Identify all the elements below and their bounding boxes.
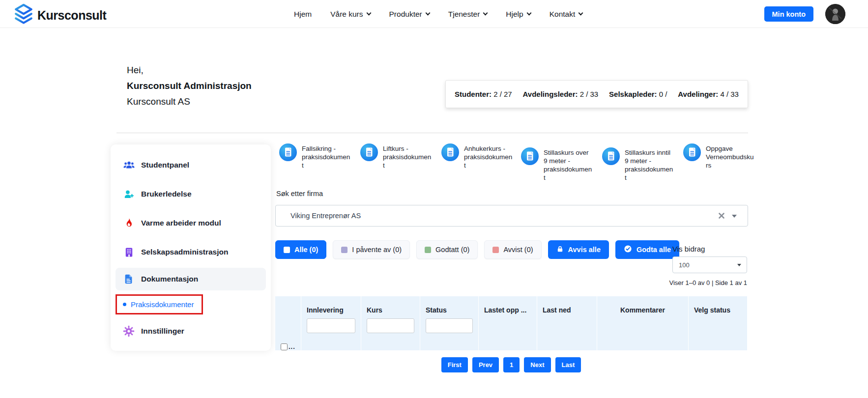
document-tile-label: Stillaskurs inntil 9 meter - praksisdoku… bbox=[625, 147, 675, 182]
results-summary: Viser 1–0 av 0 | Side 1 av 1 bbox=[634, 279, 747, 286]
company-search-label: Søk etter firma bbox=[276, 190, 323, 198]
admin-sidebar: Studentpanel Brukerledelse Varme arb bbox=[111, 144, 271, 351]
lock-icon bbox=[556, 245, 564, 255]
document-tile[interactable]: Oppgave Verneombudskurs bbox=[683, 143, 761, 170]
nav-item-tjenester[interactable]: Tjenester bbox=[448, 10, 488, 19]
nav-item-hjelp[interactable]: Hjelp bbox=[506, 10, 530, 19]
column-last-ned: Last ned bbox=[537, 296, 597, 350]
select-all-cell: ... bbox=[275, 296, 301, 350]
filter-godtatt-button[interactable]: Godtatt (0) bbox=[416, 240, 478, 259]
page-size-value: 100 bbox=[679, 261, 690, 269]
pagination-next-button[interactable]: Next bbox=[524, 357, 550, 372]
praksisdokumenter-highlight-box[interactable]: Praksisdokumenter bbox=[116, 294, 203, 314]
document-icon bbox=[122, 273, 135, 285]
company-select-value: Viking Entreprenør AS bbox=[290, 212, 361, 220]
submissions-table-header: ... Innlevering Kurs Status Lastet opp .… bbox=[275, 296, 747, 350]
document-tile-label: Fallsikring - praksisdokument bbox=[302, 143, 352, 170]
nav-item-produkter[interactable]: Produkter bbox=[389, 10, 430, 19]
brand-name: Kursconsult bbox=[37, 8, 106, 23]
filter-alle-button[interactable]: Alle (0) bbox=[275, 240, 326, 259]
column-velg-status: Velg status bbox=[689, 296, 747, 350]
chevron-down-icon bbox=[425, 10, 430, 15]
document-circle-icon bbox=[602, 147, 620, 167]
section-divider bbox=[116, 133, 748, 133]
user-plus-icon bbox=[122, 188, 135, 200]
my-account-button[interactable]: Min konto bbox=[764, 6, 813, 22]
chevron-down-icon[interactable] bbox=[732, 215, 737, 218]
document-circle-icon bbox=[441, 143, 459, 163]
praksisdokumenter-page: Kursconsult Hjem Våre kurs Produkter Tje… bbox=[0, 0, 868, 398]
pagination-first-button[interactable]: First bbox=[441, 357, 468, 372]
document-tile[interactable]: Fallsikring - praksisdokument bbox=[279, 143, 357, 170]
status-filter-input[interactable] bbox=[426, 318, 473, 333]
approved-swatch-icon bbox=[425, 247, 431, 253]
innlevering-filter-input[interactable] bbox=[307, 318, 355, 333]
sidebar-item-varme-arbeider[interactable]: Varme arbeider modul bbox=[111, 212, 271, 234]
document-tile[interactable]: Liftkurs - praksisdokument bbox=[360, 143, 438, 170]
document-tile-label: Anhukerkurs - praksisdokument bbox=[464, 143, 514, 170]
document-tile[interactable]: Anhukerkurs - praksisdokument bbox=[441, 143, 519, 170]
check-circle-icon bbox=[624, 245, 632, 255]
chevron-down-icon bbox=[526, 10, 531, 15]
show-entries-label: Vis bidrag bbox=[672, 245, 705, 253]
rejected-swatch-icon bbox=[492, 247, 499, 253]
sidebar-item-brukerledelse[interactable]: Brukerledelse bbox=[111, 183, 271, 205]
gear-icon bbox=[122, 325, 135, 338]
all-swatch-icon bbox=[284, 247, 290, 253]
document-tile-label: Liftkurs - praksisdokument bbox=[383, 143, 433, 170]
greeting-hello: Hei, bbox=[127, 62, 252, 78]
company-select[interactable]: Viking Entreprenør AS bbox=[275, 205, 748, 227]
chevron-down-icon bbox=[737, 264, 741, 266]
select-all-label: ... bbox=[289, 343, 295, 350]
document-circle-icon bbox=[360, 143, 378, 163]
greeting-admin-name: Kursconsult Administrasjon bbox=[127, 78, 252, 94]
building-icon bbox=[122, 246, 135, 258]
chevron-down-icon bbox=[483, 10, 488, 15]
column-kurs: Kurs bbox=[361, 296, 420, 350]
top-navigation-bar: Kursconsult Hjem Våre kurs Produkter Tje… bbox=[0, 0, 868, 28]
clear-selection-icon[interactable] bbox=[718, 212, 725, 219]
status-filter-bar: Alle (0) I påvente av (0) Godtatt (0) Av… bbox=[275, 240, 679, 259]
filter-avvist-button[interactable]: Avvist (0) bbox=[484, 240, 541, 259]
nav-item-vare-kurs[interactable]: Våre kurs bbox=[330, 10, 370, 19]
sidebar-item-praksisdokumenter[interactable]: Praksisdokumenter bbox=[131, 300, 194, 309]
page-size-select[interactable]: 100 bbox=[672, 256, 747, 273]
pagination-prev-button[interactable]: Prev bbox=[472, 357, 499, 372]
document-tile-label: Oppgave Verneombudskurs bbox=[706, 143, 756, 170]
greeting-company-name: Kursconsult AS bbox=[127, 94, 252, 110]
reject-all-button[interactable]: Avvis alle bbox=[548, 240, 609, 259]
pagination: First Prev 1 Next Last bbox=[275, 357, 747, 372]
sidebar-item-studentpanel[interactable]: Studentpanel bbox=[111, 154, 271, 176]
stat-avdelingsleder: Avdelingsleder: 2 / 33 bbox=[523, 90, 599, 98]
document-circle-icon bbox=[279, 143, 297, 163]
nav-item-hjem[interactable]: Hjem bbox=[294, 10, 312, 19]
users-icon bbox=[122, 159, 135, 171]
brand-logo[interactable]: Kursconsult bbox=[14, 3, 106, 27]
document-circle-icon bbox=[683, 143, 701, 163]
document-tile[interactable]: Stillaskurs inntil 9 meter - praksisdoku… bbox=[602, 147, 680, 182]
document-tile-label: Stillaskurs over 9 meter - praksisdokume… bbox=[544, 147, 594, 182]
approve-all-button[interactable]: Godta alle bbox=[615, 240, 679, 259]
flame-icon bbox=[122, 217, 135, 229]
main-navigation: Hjem Våre kurs Produkter Tjenester Hjelp… bbox=[294, 0, 582, 28]
chevron-down-icon bbox=[579, 10, 583, 15]
stat-studenter: Studenter: 2 / 27 bbox=[455, 90, 512, 98]
sidebar-item-dokumentasjon[interactable]: Dokumentasjon bbox=[116, 268, 266, 290]
stat-avdelinger: Avdelinger: 4 / 33 bbox=[678, 90, 739, 98]
sidebar-item-innstillinger[interactable]: Innstillinger bbox=[111, 320, 271, 342]
pending-swatch-icon bbox=[341, 247, 347, 253]
sidebar-item-selskapsadministrasjon[interactable]: Selskapsadministrasjon bbox=[111, 241, 271, 263]
select-all-checkbox[interactable] bbox=[281, 343, 288, 350]
pagination-last-button[interactable]: Last bbox=[555, 357, 581, 372]
kurs-filter-input[interactable] bbox=[367, 318, 414, 333]
greeting-block: Hei, Kursconsult Administrasjon Kurscons… bbox=[127, 62, 252, 110]
column-innlevering: Innlevering bbox=[301, 296, 361, 350]
bullet-icon bbox=[123, 303, 126, 306]
document-circle-icon bbox=[521, 147, 539, 167]
user-avatar[interactable] bbox=[825, 4, 845, 24]
pagination-page-1-button[interactable]: 1 bbox=[503, 357, 520, 372]
layers-logo-icon bbox=[14, 3, 33, 27]
document-tile[interactable]: Stillaskurs over 9 meter - praksisdokume… bbox=[521, 147, 599, 182]
nav-item-kontakt[interactable]: Kontakt bbox=[550, 10, 583, 19]
filter-pavente-button[interactable]: I påvente av (0) bbox=[333, 240, 410, 259]
